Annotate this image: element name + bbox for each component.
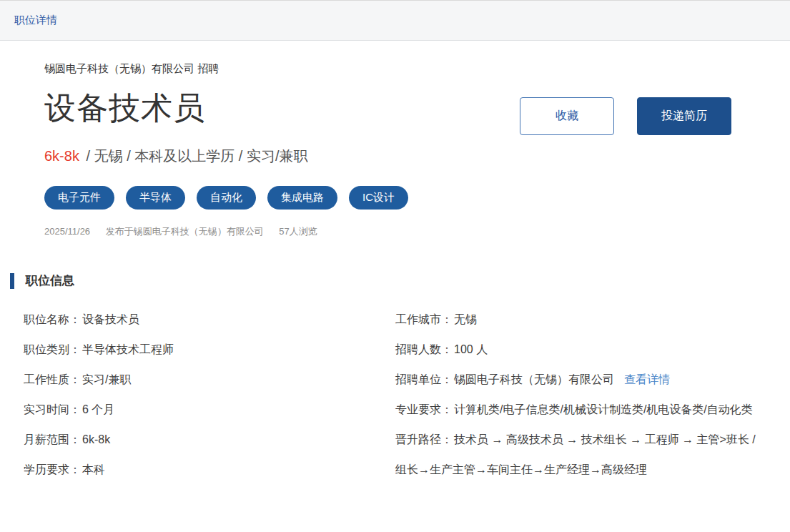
section-header-job-info: 职位信息 (10, 272, 790, 289)
detail-row-job-category: 职位类别：半导体技术工程师 (24, 335, 395, 365)
tag-pill-electronic-components: 电子元件 (44, 186, 114, 210)
detail-row-education: 学历要求：本科 (24, 455, 395, 485)
tag-pill-integrated-circuit: 集成电路 (267, 186, 337, 210)
topbar: 职位详情 (0, 1, 790, 41)
detail-row-promotion-path: 晋升路径：技术员 → 高级技术员 → 技术组长 → 工程师 → 主管>班长 / … (395, 425, 769, 485)
detail-row-job-name: 职位名称：设备技术员 (24, 305, 395, 335)
favorite-button[interactable]: 收藏 (520, 97, 614, 135)
view-count: 57人浏览 (279, 226, 317, 237)
section-accent-bar (10, 273, 14, 289)
detail-row-internship-duration: 实习时间：6 个月 (24, 395, 395, 425)
tag-pill-semiconductor: 半导体 (126, 186, 185, 210)
apply-resume-button[interactable]: 投递简历 (637, 97, 731, 135)
tag-pill-ic-design: IC设计 (349, 186, 408, 210)
main-content: 锡圆电子科技（无锡）有限公司 招聘 设备技术员 收藏 投递简历 6k-8k / … (0, 62, 790, 485)
page: 职位详情 锡圆电子科技（无锡）有限公司 招聘 设备技术员 收藏 投递简历 6k-… (0, 0, 790, 532)
breadcrumb-job-detail[interactable]: 职位详情 (14, 14, 57, 27)
job-title: 设备技术员 (44, 87, 205, 128)
title-row: 设备技术员 收藏 投递简历 (44, 87, 731, 135)
header-actions: 收藏 投递简历 (520, 97, 731, 135)
company-recruit-line: 锡圆电子科技（无锡）有限公司 招聘 (44, 62, 731, 76)
tag-pill-automation: 自动化 (197, 186, 256, 210)
salary-range: 6k-8k (44, 148, 79, 164)
publish-source: 发布于锡圆电子科技（无锡）有限公司 (106, 226, 264, 237)
tag-list: 电子元件 半导体 自动化 集成电路 IC设计 (44, 186, 731, 210)
detail-row-salary-range: 月薪范围：6k-8k (24, 425, 395, 455)
publish-date: 2025/11/26 (44, 226, 90, 237)
detail-column-left: 职位名称：设备技术员 职位类别：半导体技术工程师 工作性质：实习/兼职 实习时间… (24, 305, 395, 485)
detail-row-job-nature: 工作性质：实习/兼职 (24, 365, 395, 395)
job-meta-line: 6k-8k / 无锡 / 本科及以上学历 / 实习/兼职 (44, 147, 731, 166)
section-title: 职位信息 (26, 272, 74, 289)
detail-column-right: 工作城市：无锡 招聘人数：100 人 招聘单位：锡圆电子科技（无锡）有限公司查看… (395, 305, 769, 485)
job-meta-rest: / 无锡 / 本科及以上学历 / 实习/兼职 (86, 148, 307, 164)
detail-row-headcount: 招聘人数：100 人 (395, 335, 769, 365)
detail-row-work-city: 工作城市：无锡 (395, 305, 769, 335)
detail-row-major-requirements: 专业要求：计算机类/电子信息类/机械设计制造类/机电设备类/自动化类 (395, 395, 769, 425)
job-header: 锡圆电子科技（无锡）有限公司 招聘 设备技术员 收藏 投递简历 6k-8k / … (44, 62, 731, 238)
detail-row-recruiting-company: 招聘单位：锡圆电子科技（无锡）有限公司查看详情 (395, 365, 769, 395)
job-detail-grid: 职位名称：设备技术员 职位类别：半导体技术工程师 工作性质：实习/兼职 实习时间… (0, 305, 790, 485)
publish-info: 2025/11/26 发布于锡圆电子科技（无锡）有限公司 57人浏览 (44, 225, 731, 238)
view-company-detail-link[interactable]: 查看详情 (624, 373, 670, 385)
